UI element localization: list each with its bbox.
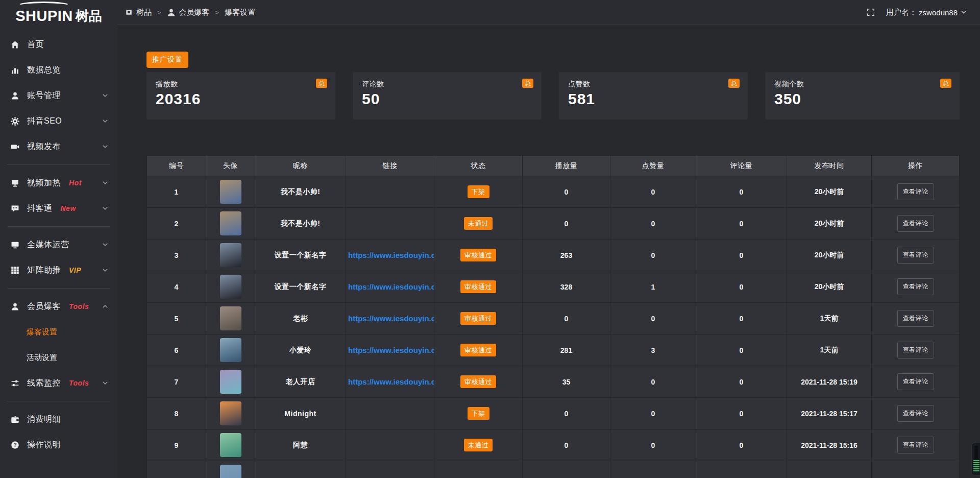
view-comments-button[interactable]: 查看评论: [897, 278, 934, 295]
cell-link: [346, 208, 434, 240]
nav-label: 消费明细: [27, 414, 61, 425]
cell-avatar: [206, 334, 255, 366]
cell-avatar: [206, 208, 255, 240]
cell-comments: 0: [696, 271, 787, 303]
floating-widget[interactable]: [971, 443, 980, 475]
breadcrumb-item[interactable]: 爆客设置: [225, 8, 255, 17]
chevron-down-icon: [102, 92, 108, 99]
sidebar-item-member-baoke[interactable]: 会员爆客Tools: [0, 294, 117, 319]
cell-action: [872, 461, 960, 478]
profile-link[interactable]: https://www.iesdouyin.com: [346, 282, 434, 291]
cell-nickname: 我不是小帅!: [255, 176, 346, 208]
sidebar-item-douyin-seo[interactable]: 抖音SEO: [0, 108, 117, 134]
cell-publish-time: 20小时前: [787, 240, 872, 271]
nav-label: 视频发布: [27, 141, 61, 152]
stat-value: 581: [568, 90, 739, 108]
sidebar-item-matrix-boost[interactable]: 矩阵助推VIP: [0, 257, 117, 283]
topbar-right: 用户名： zswodun88: [867, 8, 967, 17]
total-badge: 总: [522, 79, 533, 88]
stat-card: 评论数50总: [353, 72, 542, 119]
sidebar-subitem-baoke-settings[interactable]: 爆客设置: [0, 319, 117, 345]
monitor-icon: [10, 241, 20, 249]
column-header: 点赞量: [610, 156, 696, 176]
sidebar-item-clue-monitor[interactable]: 线索监控Tools: [0, 370, 117, 396]
cell-plays: 0: [523, 429, 610, 461]
cell-comments: 0: [696, 176, 787, 208]
sidebar-item-video-heat[interactable]: 视频加热Hot: [0, 170, 117, 196]
cell-likes: 0: [610, 429, 696, 461]
table-row: 2我不是小帅!未通过00020小时前查看评论: [147, 208, 960, 240]
cell-action: 查看评论: [872, 271, 960, 303]
status-badge: 下架: [468, 407, 489, 420]
column-header: 头像: [206, 156, 255, 176]
cell-likes: 3: [610, 334, 696, 366]
cell-likes: 0: [610, 240, 696, 271]
status-badge: 审核通过: [460, 280, 496, 294]
profile-link[interactable]: https://www.iesdouyin.com: [346, 377, 434, 386]
table-row: 5老彬https://www.iesdouyin.com审核通过0001天前查看…: [147, 303, 960, 334]
profile-link[interactable]: https://www.iesdouyin.com: [346, 314, 434, 323]
cell-comments: 0: [696, 398, 787, 429]
sidebar-item-video-publish[interactable]: 视频发布: [0, 134, 117, 159]
cell-id: 2: [147, 208, 206, 240]
view-comments-button[interactable]: 查看评论: [897, 373, 934, 390]
cell-status: 审核通过: [434, 334, 523, 366]
cell-status: 下架: [434, 398, 523, 429]
table-container: 编号头像昵称链接状态播放量点赞量评论量发布时间操作1我不是小帅!下架00020小…: [146, 155, 960, 478]
logo-text-cn: 树品: [76, 7, 102, 25]
svg-text:?: ?: [13, 442, 16, 448]
app-logo[interactable]: SHUPIN 树品: [0, 0, 117, 32]
cell-avatar: [206, 176, 255, 208]
cell-plays: [523, 461, 610, 478]
sidebar-item-consumption-detail[interactable]: 消费明细: [0, 407, 117, 432]
sidebar-item-home[interactable]: 首页: [0, 32, 117, 57]
profile-link[interactable]: https://www.iesdouyin.com: [346, 251, 434, 259]
cell-status: 下架: [434, 176, 523, 208]
cell-action: 查看评论: [872, 208, 960, 240]
fullscreen-icon[interactable]: [867, 8, 875, 16]
view-comments-button[interactable]: 查看评论: [897, 215, 934, 232]
view-comments-button[interactable]: 查看评论: [897, 183, 934, 200]
sidebar-item-data-overview[interactable]: 数据总览: [0, 57, 117, 83]
view-comments-button[interactable]: 查看评论: [897, 342, 934, 358]
sidebar-item-account-management[interactable]: 账号管理: [0, 83, 117, 108]
cell-status: 审核通过: [434, 240, 523, 271]
sidebar-item-douketong[interactable]: 抖客通New: [0, 196, 117, 221]
cell-plays: 281: [523, 334, 610, 366]
video-icon: [10, 142, 20, 151]
sidebar-item-all-media-operation[interactable]: 全媒体运营: [0, 232, 117, 257]
user-menu[interactable]: 用户名： zswodun88: [886, 8, 967, 17]
status-badge: 下架: [468, 185, 489, 199]
breadcrumb-label: 会员爆客: [179, 8, 210, 17]
nav-badge: New: [61, 204, 76, 212]
divider: [7, 401, 110, 401]
sidebar-subitem-activity-settings[interactable]: 活动设置: [0, 345, 117, 370]
wallet-icon: [10, 415, 20, 424]
column-header: 播放量: [523, 156, 610, 176]
divider: [7, 164, 110, 165]
chevron-down-icon: [102, 242, 108, 248]
cell-action: 查看评论: [872, 366, 960, 398]
cell-status: 审核通过: [434, 303, 523, 334]
promo-settings-button[interactable]: 推广设置: [146, 52, 188, 68]
profile-link[interactable]: https://www.iesdouyin.com: [346, 346, 434, 354]
cell-link: [346, 176, 434, 208]
status-badge: 审核通过: [460, 312, 496, 325]
stat-value: 20316: [156, 90, 326, 108]
sidebar-item-operation-guide[interactable]: ?操作说明: [0, 432, 117, 458]
view-comments-button[interactable]: 查看评论: [897, 405, 934, 422]
breadcrumb: 树品>会员爆客>爆客设置: [126, 8, 255, 17]
cell-status: [434, 461, 523, 478]
status-badge: 未通过: [464, 217, 493, 230]
breadcrumb-item[interactable]: 树品: [126, 8, 152, 17]
stat-value: 350: [774, 90, 950, 108]
breadcrumb-item[interactable]: 会员爆客: [167, 8, 210, 17]
cell-likes: 0: [610, 398, 696, 429]
cell-nickname: 设置一个新名字: [255, 271, 346, 303]
view-comments-button[interactable]: 查看评论: [897, 310, 934, 327]
view-comments-button[interactable]: 查看评论: [897, 247, 934, 264]
logo-text-en: SHUPIN: [15, 8, 73, 25]
view-comments-button[interactable]: 查看评论: [897, 437, 934, 453]
cell-action: 查看评论: [872, 240, 960, 271]
avatar: [220, 338, 241, 362]
